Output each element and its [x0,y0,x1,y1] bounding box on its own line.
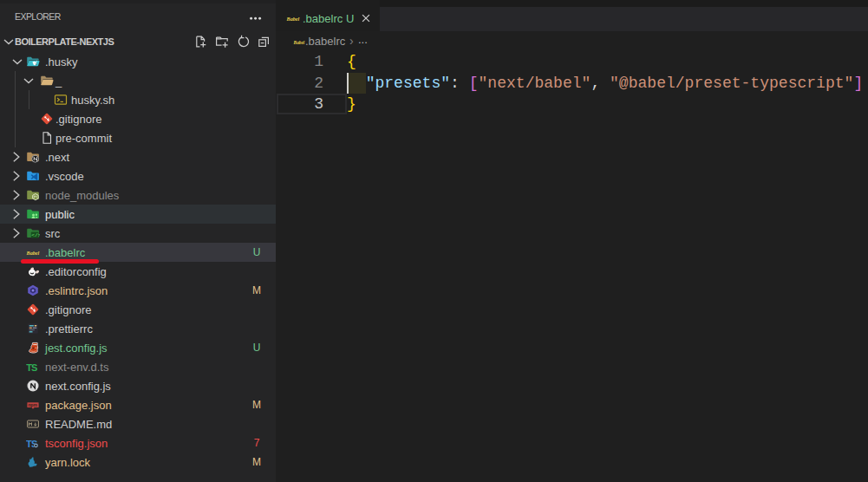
svg-text:Babel: Babel [293,40,305,45]
svg-text:Babel: Babel [286,16,300,22]
svg-text:npm: npm [28,402,37,407]
svg-text:TS: TS [26,362,37,373]
svg-text:Babel: Babel [26,250,40,256]
svg-text:</>: </> [31,232,40,238]
